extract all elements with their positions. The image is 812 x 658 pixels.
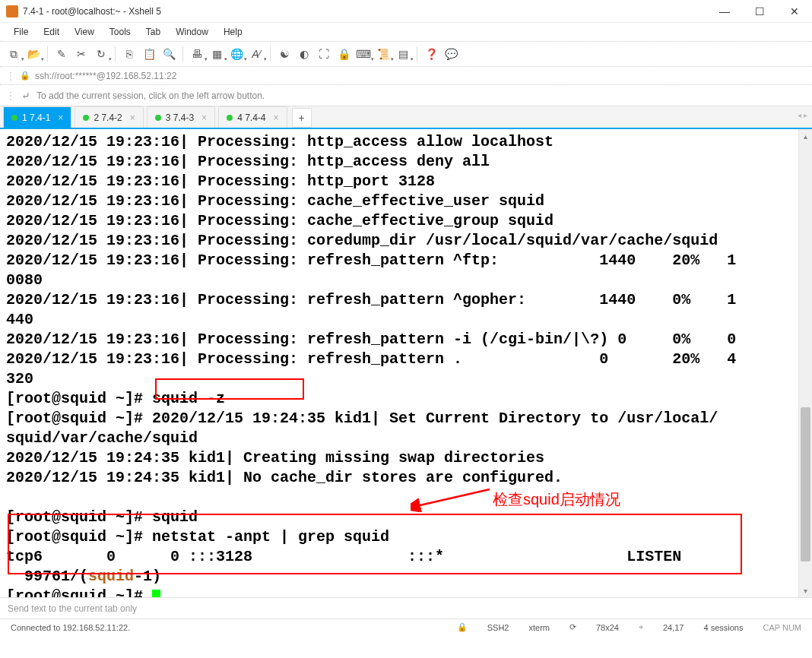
tabs-scroll-hint-icon: ◂ ▸ xyxy=(798,111,807,119)
tab-close-icon[interactable]: × xyxy=(58,112,63,123)
menu-tab[interactable]: Tab xyxy=(138,25,168,39)
menu-bar: File Edit View Tools Tab Window Help xyxy=(0,23,812,41)
toolbar: ⧉ 📂 ✎ ✂ ↻ ⎘ 📋 🔍 🖶 ▦ 🌐 A⁄ ☯ ◐ ⛶ 🔒 ⌨ 📜 ▤ ❓… xyxy=(0,41,812,67)
session-tab-2[interactable]: 2 7.4-2 × xyxy=(75,106,143,128)
window-title: 7.4-1 - root@localhost:~ - Xshell 5 xyxy=(23,6,707,17)
hint-text: To add the current session, click on the… xyxy=(36,90,265,101)
status-protocol-icon: 🔒 xyxy=(454,622,471,632)
tab-close-icon[interactable]: × xyxy=(201,112,207,123)
status-bar: Connected to 192.168.52.11:22. 🔒 SSH2 xt… xyxy=(0,618,812,635)
grip-icon: ⋮ xyxy=(6,90,15,101)
protocol-lock-icon: 🔒 xyxy=(20,71,30,81)
status-sessions: 4 sessions xyxy=(700,623,746,632)
title-bar: 7.4-1 - root@localhost:~ - Xshell 5 — ☐ … xyxy=(0,0,812,23)
status-term: xterm xyxy=(525,623,553,632)
svg-line-1 xyxy=(417,489,490,506)
ftp-icon[interactable]: ☯ xyxy=(275,45,293,63)
menu-edit[interactable]: Edit xyxy=(36,25,67,39)
layout-icon[interactable]: ▤ xyxy=(394,45,412,63)
maximize-button[interactable]: ☐ xyxy=(742,0,777,23)
status-caps: CAP NUM xyxy=(760,623,804,632)
font-icon[interactable]: A⁄ xyxy=(247,45,265,63)
open-icon[interactable]: 📂 xyxy=(24,45,43,63)
address-bar: ⋮ 🔒 ssh://root:******@192.168.52.11:22 xyxy=(0,67,812,85)
session-tab-4[interactable]: 4 7.4-4 × xyxy=(218,106,287,128)
tab-close-icon[interactable]: × xyxy=(130,112,135,123)
status-size: 78x24 xyxy=(593,623,622,632)
reconnect-icon[interactable]: ↻ xyxy=(92,45,110,63)
menu-window[interactable]: Window xyxy=(168,25,216,39)
hint-bar: ⋮ ⤶ To add the current session, click on… xyxy=(0,85,812,106)
close-button[interactable]: ✕ xyxy=(777,0,812,23)
keyboard-icon[interactable]: ⌨ xyxy=(354,45,373,63)
status-dot-icon xyxy=(155,115,161,121)
annotation-arrow-icon xyxy=(411,485,494,512)
status-cursor: 24,17 xyxy=(660,623,687,632)
tab-close-icon[interactable]: × xyxy=(273,112,278,123)
annotation-text: 检查squid启动情况 xyxy=(493,489,620,510)
window-controls: — ☐ ✕ xyxy=(707,0,812,23)
status-dot-icon xyxy=(83,115,89,121)
grip-icon: ⋮ xyxy=(6,71,15,81)
terminal-area: 2020/12/15 19:23:16| Processing: http_ac… xyxy=(0,129,812,597)
connect-icon[interactable]: ✎ xyxy=(52,45,71,63)
find-icon[interactable]: 🔍 xyxy=(160,45,178,63)
minimize-button[interactable]: — xyxy=(707,0,742,23)
app-icon xyxy=(6,5,18,17)
input-placeholder: Send text to the current tab only xyxy=(8,603,137,614)
tab-label: 4 7.4-4 xyxy=(237,112,265,123)
status-dot-icon xyxy=(227,115,233,121)
menu-help[interactable]: Help xyxy=(216,25,250,39)
session-tab-3[interactable]: 3 7.4-3 × xyxy=(147,106,215,128)
script-icon[interactable]: 📜 xyxy=(374,45,392,63)
send-input-bar[interactable]: Send text to the current tab only xyxy=(0,597,812,618)
left-arrow-icon[interactable]: ⤶ xyxy=(21,90,30,102)
fullscreen-icon[interactable]: ⛶ xyxy=(315,45,333,63)
annotation-box-large xyxy=(8,514,742,574)
menu-tools[interactable]: Tools xyxy=(102,25,138,39)
tab-label: 2 7.4-2 xyxy=(94,112,122,123)
scroll-up-icon[interactable]: ▴ xyxy=(799,129,812,143)
vertical-scrollbar[interactable]: ▴ ▾ xyxy=(798,129,812,597)
status-protocol: SSH2 xyxy=(484,623,512,632)
tunnel-icon[interactable]: ◐ xyxy=(295,45,313,63)
lock-icon[interactable]: 🔒 xyxy=(335,45,353,63)
new-session-icon[interactable]: ⧉ xyxy=(5,45,23,63)
status-dot-icon xyxy=(11,115,17,121)
paste-icon[interactable]: 📋 xyxy=(140,45,158,63)
tab-label: 3 7.4-3 xyxy=(166,112,194,123)
menu-file[interactable]: File xyxy=(6,25,36,39)
chat-icon[interactable]: 💬 xyxy=(442,45,460,63)
tab-strip: 1 7.4-1 × 2 7.4-2 × 3 7.4-3 × 4 7.4-4 × … xyxy=(0,106,812,129)
annotation-box-small xyxy=(155,378,304,400)
session-tab-1[interactable]: 1 7.4-1 × xyxy=(3,106,71,128)
address-text[interactable]: ssh://root:******@192.168.52.11:22 xyxy=(35,71,176,81)
status-cursor-icon: ⌖ xyxy=(636,622,646,632)
disconnect-icon[interactable]: ✂ xyxy=(72,45,90,63)
transfer-icon[interactable]: 🌐 xyxy=(227,45,246,63)
add-tab-button[interactable]: + xyxy=(292,108,312,128)
status-size-icon: ⟳ xyxy=(566,622,579,632)
help-icon[interactable]: ❓ xyxy=(422,45,440,63)
copy-icon[interactable]: ⎘ xyxy=(120,45,138,63)
scroll-down-icon[interactable]: ▾ xyxy=(799,584,812,597)
print-icon[interactable]: 🖶 xyxy=(188,45,206,63)
tab-label: 1 7.4-1 xyxy=(22,112,50,123)
properties-icon[interactable]: ▦ xyxy=(208,45,226,63)
scrollbar-thumb[interactable] xyxy=(801,407,810,562)
menu-view[interactable]: View xyxy=(67,25,102,39)
status-connection: Connected to 192.168.52.11:22. xyxy=(8,623,133,632)
